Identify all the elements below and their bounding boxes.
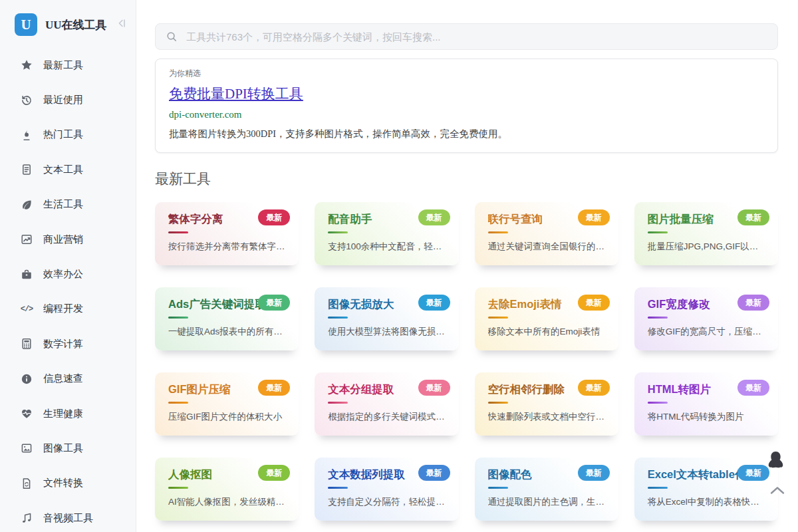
tool-card-description: 根据指定的多行关键词模式…	[328, 411, 446, 423]
tool-card-description: 移除文本中所有的Emoji表情	[488, 326, 606, 338]
tool-card-description: 快速删除列表或文档中空行…	[488, 411, 606, 423]
document-icon	[20, 164, 33, 176]
app-title: UU在线工具	[45, 17, 107, 33]
sidebar-item[interactable]: 商业营销	[0, 222, 136, 257]
tool-card[interactable]: Excel文本转table代码将从Excel中复制的表格快速…最新	[634, 458, 778, 521]
tool-card[interactable]: 人像抠图AI智能人像抠图，发丝级精…最新	[155, 458, 299, 521]
tool-card[interactable]: 去除Emoji表情移除文本中所有的Emoji表情最新	[475, 287, 618, 350]
sidebar-item[interactable]: 音视频工具	[0, 501, 136, 532]
tool-card-underline	[168, 487, 188, 489]
tool-card-underline	[328, 231, 348, 233]
logo-letter: U	[21, 17, 31, 33]
sidebar-item[interactable]: 生理健康	[0, 396, 136, 431]
new-badge: 最新	[578, 295, 610, 311]
sidebar-item[interactable]: 图像工具	[0, 431, 136, 466]
sidebar-item-label: 图像工具	[43, 442, 83, 455]
chevron-up-icon	[767, 491, 787, 502]
tool-card-description: 修改GIF的宽高尺寸，压缩G…	[648, 326, 766, 338]
sidebar-collapse-button[interactable]	[116, 17, 128, 32]
tool-card[interactable]: 空行相邻行删除快速删除列表或文档中空行…最新	[475, 372, 618, 436]
section-title: 最新工具	[155, 170, 778, 188]
featured-link[interactable]: 免费批量DPI转换工具	[169, 84, 303, 103]
new-badge: 最新	[578, 465, 610, 481]
tool-card-underline	[168, 231, 188, 233]
tool-card-underline	[488, 231, 508, 233]
tool-card[interactable]: 文本分组提取根据指定的多行关键词模式…最新	[315, 372, 458, 436]
new-badge: 最新	[258, 465, 290, 481]
tool-card-description: 一键提取Ads报表中的所有…	[168, 326, 287, 338]
tool-card-description: 通过关键词查询全国银行的…	[488, 241, 606, 253]
sidebar-item-label: 生活工具	[43, 198, 83, 211]
sidebar-item[interactable]: 最新工具	[0, 48, 136, 82]
new-badge: 最新	[418, 295, 450, 311]
search-icon	[166, 31, 178, 45]
sidebar-item-label: 编程开发	[43, 303, 83, 315]
featured-domain: dpi-converter.com	[169, 109, 764, 120]
tool-card[interactable]: 图片批量压缩批量压缩JPG,PNG,GIF以及…最新	[634, 202, 778, 265]
tool-card[interactable]: 图像配色通过提取图片的主色调，生…最新	[475, 458, 618, 521]
new-badge: 最新	[418, 209, 450, 225]
back-to-top-button[interactable]	[767, 480, 787, 503]
app-logo[interactable]: U	[15, 13, 37, 36]
music-icon	[20, 512, 33, 524]
tool-card-underline	[328, 317, 348, 319]
sidebar-item[interactable]: 信息速查	[0, 362, 136, 396]
sidebar-item[interactable]: 数学计算	[0, 327, 136, 361]
sidebar-item[interactable]: 效率办公	[0, 257, 136, 291]
qq-contact-button[interactable]	[763, 450, 788, 477]
tool-card-underline	[648, 231, 668, 233]
tool-card-description: 支持自定义分隔符，轻松提…	[328, 496, 446, 508]
tool-card-underline	[328, 402, 348, 404]
tool-card-underline	[648, 487, 668, 489]
tool-card-underline	[488, 487, 508, 489]
tool-card[interactable]: 配音助手支持100余种中文配音，轻松…最新	[315, 202, 458, 265]
tool-card-description: 按行筛选并分离带有繁体字…	[168, 241, 287, 253]
new-badge: 最新	[418, 465, 450, 481]
featured-kicker: 为你精选	[169, 68, 764, 79]
tool-card[interactable]: GIF图片压缩压缩GIF图片文件的体积大小最新	[155, 372, 299, 436]
sidebar-item[interactable]: 文本工具	[0, 152, 136, 187]
calculator-icon	[20, 338, 33, 350]
sidebar-item[interactable]: 最近使用	[0, 82, 136, 117]
tool-card[interactable]: HTML转图片将HTML代码转换为图片最新	[634, 372, 778, 436]
sidebar-item-label: 信息速查	[43, 372, 83, 385]
info-icon	[20, 373, 33, 385]
sidebar-item[interactable]: 文件转换	[0, 466, 136, 501]
tool-card[interactable]: GIF宽度修改修改GIF的宽高尺寸，压缩G…最新	[634, 287, 778, 350]
sidebar-item-label: 最新工具	[43, 59, 83, 72]
qq-penguin-icon	[763, 465, 788, 476]
tool-card[interactable]: 联行号查询通过关键词查询全国银行的…最新	[475, 202, 618, 265]
new-badge: 最新	[258, 209, 290, 225]
search-input[interactable]	[155, 23, 778, 50]
tool-card-description: 将HTML代码转换为图片	[648, 411, 766, 423]
sidebar-item-label: 生理健康	[43, 408, 83, 420]
file-convert-icon	[20, 477, 33, 489]
briefcase-icon	[20, 269, 33, 281]
chevron-left-icon	[116, 17, 128, 32]
tool-card-grid: 繁体字分离按行筛选并分离带有繁体字…最新配音助手支持100余种中文配音，轻松…最…	[155, 202, 778, 521]
sidebar-item[interactable]: 热门工具	[0, 118, 136, 152]
new-badge: 最新	[737, 209, 769, 225]
tool-card-underline	[168, 402, 188, 404]
sidebar-item-label: 数学计算	[43, 338, 83, 350]
fire-icon	[20, 129, 33, 141]
tool-card[interactable]: Ads广告关键词提取一键提取Ads报表中的所有…最新	[155, 287, 299, 350]
tool-card-underline	[648, 317, 668, 319]
sidebar-item[interactable]: 生活工具	[0, 188, 136, 222]
sidebar-item-label: 商业营销	[43, 233, 83, 246]
sidebar-item-label: 文件转换	[43, 477, 83, 489]
star-icon	[20, 59, 33, 71]
tool-card-underline	[488, 317, 508, 319]
tool-card-description: 使用大模型算法将图像无损…	[328, 326, 446, 338]
sidebar-item-label: 文本工具	[43, 164, 83, 176]
tool-card[interactable]: 图像无损放大使用大模型算法将图像无损…最新	[315, 287, 458, 350]
tool-card-underline	[488, 402, 508, 404]
search-bar	[155, 23, 778, 50]
tool-card-description: 压缩GIF图片文件的体积大小	[168, 411, 287, 423]
tool-card[interactable]: 文本数据列提取支持自定义分隔符，轻松提…最新	[315, 458, 458, 521]
code-icon: </>	[20, 305, 33, 314]
sidebar-item[interactable]: </>编程开发	[0, 292, 136, 327]
tool-card-description: 将从Excel中复制的表格快速…	[648, 496, 766, 508]
trend-chart-icon	[20, 233, 33, 245]
tool-card[interactable]: 繁体字分离按行筛选并分离带有繁体字…最新	[155, 202, 299, 265]
